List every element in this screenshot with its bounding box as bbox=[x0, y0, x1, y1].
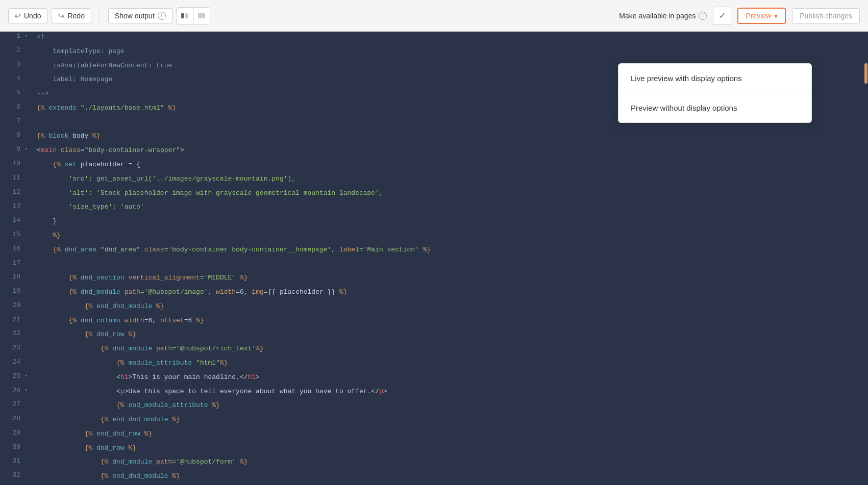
line-content: {% set placeholder = { bbox=[33, 159, 868, 173]
line-content: {% end_dnd_row %} bbox=[33, 428, 868, 443]
make-available-label: Make available in pages i bbox=[619, 12, 707, 20]
code-token: >Use this space to tell everyone about w… bbox=[125, 388, 379, 395]
code-token: {% bbox=[101, 345, 109, 352]
line-toggle bbox=[24, 244, 33, 259]
code-token: h1 bbox=[120, 373, 129, 381]
view-single-button[interactable] bbox=[193, 8, 210, 24]
code-token: end_dnd_module bbox=[108, 416, 172, 423]
line-number: 29 bbox=[0, 428, 24, 443]
info-icon[interactable]: i bbox=[158, 12, 166, 20]
line-toggle bbox=[24, 471, 33, 485]
line-toggle bbox=[24, 173, 33, 188]
code-token: =6, bbox=[144, 317, 156, 324]
line-toggle bbox=[24, 329, 33, 343]
code-token: %} bbox=[335, 288, 347, 296]
line-toggle[interactable]: ▾ bbox=[24, 386, 33, 400]
code-token: {% bbox=[68, 288, 77, 296]
code-token: placeholder = { bbox=[81, 161, 140, 168]
code-token: %} bbox=[220, 359, 228, 367]
scrollbar-thumb[interactable] bbox=[864, 63, 867, 84]
code-token: %} bbox=[192, 317, 204, 324]
code-area: 1▾<!--2 templateType: page3 isAvailableF… bbox=[0, 32, 868, 485]
line-toggle bbox=[24, 343, 33, 358]
redo-button[interactable]: ↪ Redo bbox=[52, 8, 91, 23]
line-toggle bbox=[24, 60, 33, 74]
code-token bbox=[37, 288, 68, 296]
code-token: h1 bbox=[248, 373, 256, 381]
code-line: 16 {% dnd_area "dnd_area" class='body-co… bbox=[0, 244, 868, 259]
code-token: dnd_module bbox=[77, 288, 125, 296]
dropdown-item-live-preview[interactable]: Live preview with display options bbox=[618, 64, 811, 93]
code-token: {% bbox=[116, 359, 125, 367]
code-token: set bbox=[61, 161, 81, 168]
view-split-button[interactable] bbox=[177, 8, 193, 24]
line-toggle[interactable]: ▾ bbox=[24, 145, 33, 159]
line-content: %} bbox=[33, 230, 868, 244]
dropdown-item-no-display-options[interactable]: Preview without display options bbox=[618, 93, 811, 122]
code-token: p bbox=[120, 388, 125, 395]
code-token: ='@hubspot/image', bbox=[140, 288, 212, 296]
check-button[interactable]: ✓ bbox=[713, 7, 731, 25]
code-token: path bbox=[125, 288, 140, 296]
code-line: 15 %} bbox=[0, 230, 868, 244]
scrollbar[interactable] bbox=[864, 32, 868, 485]
show-output-button[interactable]: Show output i bbox=[108, 8, 172, 23]
line-number: 1 bbox=[0, 32, 24, 46]
line-content: {% dnd_module path='@hubspot/image', wid… bbox=[33, 287, 868, 301]
code-line: 1▾<!-- bbox=[0, 32, 868, 46]
view-toggle-group bbox=[177, 7, 210, 24]
line-number: 14 bbox=[0, 216, 24, 230]
code-token: %} bbox=[419, 246, 431, 253]
line-content: {% dnd_section vertical_alignment='MIDDL… bbox=[33, 272, 868, 287]
code-token: =6, bbox=[236, 288, 247, 296]
undo-button[interactable]: ↩ Undo bbox=[8, 8, 47, 23]
code-token: ='Main section' bbox=[359, 246, 419, 253]
code-token: %} bbox=[236, 274, 247, 282]
redo-icon: ↪ bbox=[58, 12, 64, 20]
code-token: {% bbox=[101, 416, 109, 423]
line-toggle[interactable]: ▾ bbox=[24, 372, 33, 386]
code-token: =6 bbox=[184, 317, 192, 324]
publish-label: Publish changes bbox=[800, 12, 852, 20]
line-number: 11 bbox=[0, 173, 24, 188]
line-toggle[interactable]: ▾ bbox=[24, 32, 33, 46]
code-token: %} bbox=[212, 401, 220, 409]
code-token: width bbox=[212, 288, 236, 296]
line-number: 8 bbox=[0, 131, 24, 145]
code-token bbox=[37, 302, 85, 310]
separator-1 bbox=[100, 8, 100, 24]
line-number: 4 bbox=[0, 74, 24, 88]
code-token: dnd_row bbox=[92, 330, 128, 338]
line-content: templateType: page bbox=[33, 46, 868, 60]
split-view-icon bbox=[181, 12, 188, 19]
code-token: path bbox=[156, 458, 172, 466]
code-token: > bbox=[180, 146, 184, 154]
code-token: %} bbox=[256, 345, 264, 352]
code-token: ='@hubspot/rich_text' bbox=[172, 345, 256, 352]
code-token bbox=[37, 472, 101, 480]
line-content: 'size_type': 'auto' bbox=[33, 201, 868, 216]
line-toggle bbox=[24, 216, 33, 230]
code-line: 11 'src': get_asset_url('../images/grays… bbox=[0, 173, 868, 188]
line-toggle bbox=[24, 201, 33, 216]
publish-button[interactable]: Publish changes bbox=[792, 8, 860, 23]
line-number: 28 bbox=[0, 414, 24, 428]
code-token: offset bbox=[156, 317, 184, 324]
code-token: module_attribute bbox=[125, 359, 196, 367]
svg-rect-1 bbox=[185, 13, 188, 18]
line-content: <p>Use this space to tell everyone about… bbox=[33, 386, 868, 400]
line-toggle bbox=[24, 456, 33, 471]
line-number: 23 bbox=[0, 343, 24, 358]
code-token: <!-- bbox=[37, 33, 53, 41]
code-token: {% bbox=[53, 161, 61, 168]
code-token: dnd_row bbox=[92, 444, 128, 452]
code-token bbox=[37, 317, 68, 324]
line-number: 18 bbox=[0, 272, 24, 287]
code-token: {% bbox=[85, 430, 93, 438]
code-token: 'src': get_asset_url('../images/grayscal… bbox=[37, 175, 295, 183]
line-toggle bbox=[24, 74, 33, 88]
make-available-info-icon[interactable]: i bbox=[699, 12, 707, 20]
preview-button[interactable]: Preview ▾ bbox=[737, 8, 786, 24]
code-line: 26▾ <p>Use this space to tell everyone a… bbox=[0, 386, 868, 400]
code-token: dnd_section bbox=[77, 274, 128, 282]
